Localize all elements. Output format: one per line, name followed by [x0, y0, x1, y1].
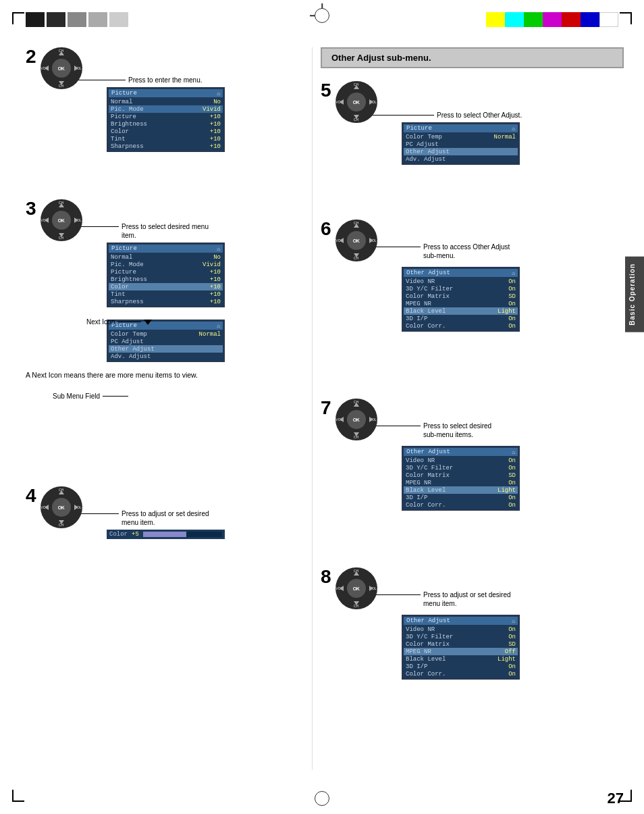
section-4-annotation: Press to adjust or set desired menu item…	[72, 509, 225, 527]
top-bar-colors	[486, 12, 618, 27]
section-6-num: 6	[321, 220, 331, 238]
remote-btn-3: CH CH –VOL VOL+ OK	[41, 199, 82, 241]
section-5-num: 5	[321, 81, 331, 100]
section-3: 3 CH CH –VOL VOL+ OK	[26, 199, 225, 380]
reg-circle-top	[315, 8, 329, 23]
remote-btn-7: CH CH –VOL VOL+ OK	[336, 399, 377, 440]
section-8-menu: Other Adjust ⌂ Video NROn 3D Y/C FilterO…	[402, 615, 520, 680]
remote-btn-6: CH CH –VOL VOL+ OK	[336, 220, 377, 261]
section-8-annotation: Press to adjust or set desired menu item…	[367, 590, 520, 608]
remote-btn-2: CH CH –VOL VOL+ OK	[41, 47, 82, 89]
section-7-menu: Other Adjust ⌂ Video NROn 3D Y/C FilterO…	[402, 446, 520, 511]
section-2: 2 CH CH –VOL VOL+ OK Pr	[26, 47, 225, 152]
sub-menu-field-label: Sub Menu Field	[53, 392, 128, 401]
remote-btn-5: CH CH –VOL VOL+ OK	[336, 81, 377, 123]
corner-mark-tl	[12, 12, 24, 24]
section-7-annotation: Press to select desired sub-menu items.	[367, 422, 520, 439]
section-2-menu: Picture ⌂ NormalNo Pic. ModeVivid Pictur…	[107, 87, 225, 152]
reg-circle-bottom	[315, 791, 329, 806]
section-6-menu: Other Adjust ⌂ Video NROn 3D Y/C FilterO…	[402, 267, 520, 332]
section-6-annotation: Press to access Other Adjust sub-menu.	[367, 243, 520, 260]
corner-mark-bl	[12, 790, 24, 802]
column-divider	[312, 47, 313, 770]
section-5-menu: Picture ⌂ Color TempNormal PC Adjust Oth…	[402, 122, 522, 165]
section-3-num: 3	[26, 199, 36, 218]
corner-mark-tr	[620, 12, 632, 24]
side-tab-basic-operation: Basic Operation	[625, 257, 644, 332]
remote-btn-4: CH CH –VOL VOL+ OK	[41, 486, 82, 528]
section-4-num: 4	[26, 486, 36, 505]
section-4: 4 CH CH –VOL VOL+ OK Pre	[26, 486, 225, 539]
section-4-slider: Color +5	[107, 530, 225, 539]
remote-btn-8: CH CH –VOL VOL+ OK	[336, 567, 377, 609]
section-7: 7 CH CH –VOL VOL+ OK Pre	[321, 399, 520, 511]
section-2-num: 2	[26, 47, 36, 66]
page-number: 27	[608, 790, 624, 807]
next-icon-label: Next Icon	[86, 317, 152, 326]
section-8: 8 CH CH –VOL VOL+ OK Pre	[321, 567, 520, 680]
section-3-menu1: Picture ⌂ NormalNo Pic. ModeVivid Pictur…	[107, 243, 225, 307]
top-bar-left	[26, 12, 128, 27]
section-5: 5 CH CH –VOL VOL+ OK Press to s	[321, 81, 522, 165]
section-2-annotation: Press to enter the menu.	[72, 76, 225, 84]
section-3-note: A Next Icon means there are more menu it…	[26, 370, 201, 380]
section-7-num: 7	[321, 399, 331, 417]
section-5-annotation: Press to select Other Adjust.	[367, 111, 522, 120]
section-6: 6 CH CH –VOL VOL+ OK Pre	[321, 220, 520, 332]
section-8-num: 8	[321, 567, 331, 586]
section-3-annotation: Press to select desired menu item.	[72, 222, 225, 240]
other-adjust-header: Other Adjust sub-menu.	[321, 47, 624, 68]
